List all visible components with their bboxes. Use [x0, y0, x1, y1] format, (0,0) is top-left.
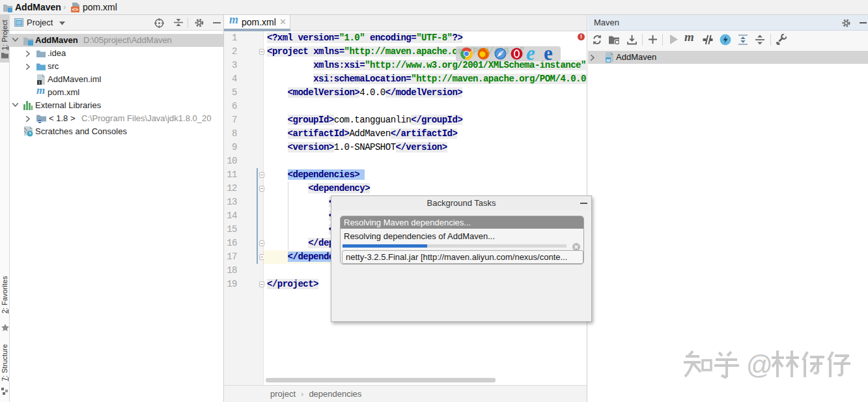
svg-text:<>: <> [72, 7, 79, 12]
svg-text:m: m [606, 57, 610, 63]
svg-text:@: @ [746, 351, 773, 379]
